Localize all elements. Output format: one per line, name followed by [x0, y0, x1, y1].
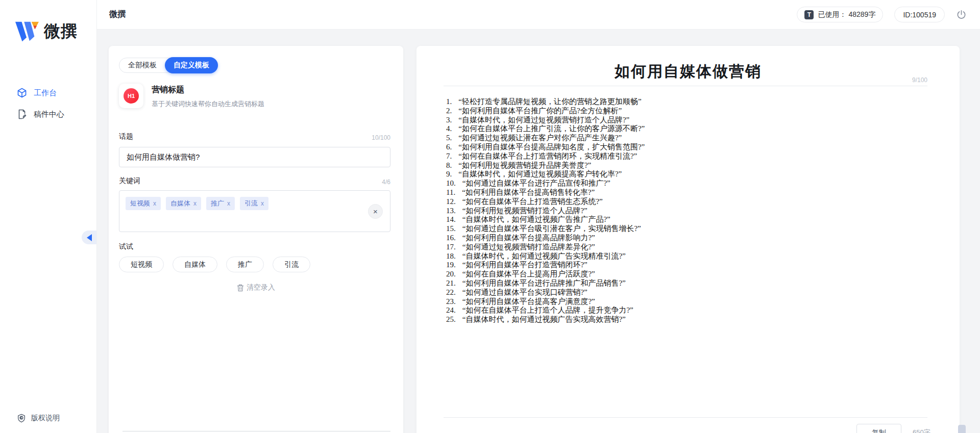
line-number: 10.	[446, 179, 456, 188]
workbench-cube-icon	[17, 88, 27, 98]
line-text: “如何利用自媒体平台打造营销闭环?”	[462, 261, 587, 269]
clear-entry-button[interactable]: 清空录入	[109, 283, 403, 292]
line-text: “如何利用自媒体平台提高销售转化率?”	[462, 188, 595, 196]
title-divider	[444, 86, 927, 86]
line-number: 15.	[446, 224, 456, 234]
template-description: 基于关键词快速帮你自动生成营销标题	[152, 99, 264, 109]
remove-tag-icon[interactable]: x	[227, 200, 230, 207]
keyword-tag[interactable]: 自媒体x	[166, 197, 201, 210]
line-text: “如何通过自媒体平台实现口碑营销?”	[462, 288, 587, 296]
generated-title-line: 19.“如何利用自媒体平台打造营销闭环?”	[446, 261, 927, 270]
suggest-keyword-button[interactable]: 自媒体	[173, 257, 217, 272]
generated-titles-list[interactable]: 1.“轻松打造专属品牌短视频，让你的营销之路更加顺畅”2.“如何利用自媒体平台推…	[446, 97, 927, 324]
line-text: “如何利用自媒体平台推广你的产品?全方位解析”	[458, 107, 622, 115]
power-logout-icon[interactable]	[956, 9, 967, 20]
line-number: 6.	[446, 143, 452, 152]
suggest-keyword-button[interactable]: 引流	[273, 257, 310, 272]
line-text: “如何通过自媒体平台进行产品宣传和推广?”	[462, 179, 610, 187]
line-text: “自媒体时代，如何通过短视频提高客户转化率?”	[458, 170, 622, 178]
line-number: 3.	[446, 116, 452, 125]
sidebar-footer-label: 版权说明	[31, 414, 60, 423]
line-number: 12.	[446, 197, 456, 207]
remove-tag-icon[interactable]: x	[153, 200, 156, 207]
tab-all-templates[interactable]: 全部模板	[119, 58, 165, 73]
remove-tag-icon[interactable]: x	[261, 200, 264, 207]
word-count: 650字	[913, 428, 930, 433]
line-text: “如何通过短视频营销打造品牌差异化?”	[462, 243, 595, 251]
generated-title-line: 4.“如何在自媒体平台上推广引流，让你的客户源源不断?”	[446, 124, 927, 134]
remove-tag-icon[interactable]: x	[193, 200, 197, 207]
footer-divider	[444, 417, 927, 418]
line-text: “如何利用自媒体平台进行品牌推广和产品销售?”	[462, 279, 626, 287]
usage-counter-pill[interactable]: T 已使用：48289字	[797, 7, 883, 22]
sidebar-nav: 工作台 稿件中心	[0, 82, 96, 125]
chevron-left-icon	[87, 234, 92, 241]
sidebar-collapse-button[interactable]	[82, 231, 96, 244]
generated-title-line: 10.“如何通过自媒体平台进行产品宣传和推广?”	[446, 179, 927, 188]
line-text: “如何在自媒体平台上提高用户活跃度?”	[462, 270, 595, 278]
sidebar-item-drafts[interactable]: 稿件中心	[0, 104, 96, 125]
line-text: “自媒体时代，如何通过视频广告实现高效营销?”	[462, 315, 626, 323]
line-number: 4.	[446, 124, 452, 134]
line-number: 14.	[446, 215, 456, 224]
logo-text: 微撰	[44, 20, 78, 43]
copyright-badge-icon	[17, 414, 26, 423]
line-text: “如何通过自媒体平台吸引潜在客户，实现销售增长?”	[462, 224, 641, 233]
line-number: 1.	[446, 97, 452, 107]
usage-label: 已使用：	[818, 10, 846, 19]
generated-title-line: 3.“自媒体时代，如何通过短视频营销打造个人品牌?”	[446, 116, 927, 125]
topic-label: 话题	[119, 132, 133, 141]
user-id-badge: ID:100519	[894, 7, 945, 22]
line-number: 13.	[446, 207, 456, 216]
keywords-input-area[interactable]: 短视频x自媒体x推广x引流x ×	[119, 190, 390, 232]
topic-field-header: 话题 10/100	[119, 132, 390, 141]
text-count-icon: T	[804, 10, 814, 19]
panel-bottom-divider	[122, 431, 390, 431]
keyword-tag[interactable]: 引流x	[240, 197, 268, 210]
generated-title-line: 5.“如何通过短视频让潜在客户对你产品产生兴趣?”	[446, 134, 927, 143]
suggest-label: 试试	[119, 242, 133, 251]
suggest-keyword-button[interactable]: 短视频	[119, 257, 164, 272]
document-pen-icon	[17, 109, 27, 119]
generated-title-line: 1.“轻松打造专属品牌短视频，让你的营销之路更加顺畅”	[446, 97, 927, 107]
clear-keywords-button[interactable]: ×	[368, 204, 383, 219]
keyword-tag-label: 自媒体	[170, 199, 190, 208]
keyword-tag-label: 引流	[244, 199, 258, 208]
generated-title-line: 17.“如何通过短视频营销打造品牌差异化?”	[446, 243, 927, 252]
line-number: 16.	[446, 234, 456, 243]
line-number: 23.	[446, 297, 456, 307]
usage-value: 48289字	[848, 10, 875, 19]
logo-w-icon	[15, 21, 39, 42]
template-form-panel: 全部模板 自定义模板 H1 营销标题 基于关键词快速帮你自动生成营销标题 话题 …	[109, 46, 403, 433]
line-text: “如何在自媒体平台上打造营销生态系统?”	[462, 197, 603, 206]
generated-title-line: 20.“如何在自媒体平台上提高用户活跃度?”	[446, 270, 927, 279]
generated-title-line: 8.“如何利用短视频营销提升品牌美誉度?”	[446, 161, 927, 170]
generated-title-line: 25.“自媒体时代，如何通过视频广告实现高效营销?”	[446, 315, 927, 324]
generated-title-line: 7.“如何在自媒体平台上打造营销闭环，实现精准引流?”	[446, 152, 927, 161]
line-number: 19.	[446, 261, 456, 270]
suggest-buttons-row: 短视频自媒体推广引流	[119, 257, 310, 272]
template-card[interactable]: H1 营销标题 基于关键词快速帮你自动生成营销标题	[119, 84, 264, 109]
clear-entry-label: 清空录入	[247, 283, 275, 292]
topic-input[interactable]	[119, 147, 390, 167]
topbar-right: T 已使用：48289字 ID:100519	[797, 7, 967, 22]
keywords-label: 关键词	[119, 176, 140, 186]
suggest-keyword-button[interactable]: 推广	[226, 257, 264, 272]
page-title: 微撰	[109, 9, 126, 20]
template-icon-frame: H1	[119, 84, 143, 108]
line-number: 22.	[446, 288, 456, 297]
tab-custom-templates[interactable]: 自定义模板	[165, 57, 218, 73]
keyword-tag[interactable]: 短视频x	[126, 197, 161, 210]
generated-title-line: 21.“如何利用自媒体平台进行品牌推广和产品销售?”	[446, 279, 927, 288]
sidebar-item-workbench[interactable]: 工作台	[0, 82, 96, 104]
sidebar-item-copyright[interactable]: 版权说明	[17, 414, 60, 423]
keyword-tag[interactable]: 推广x	[206, 197, 235, 210]
scrollbar-thumb[interactable]	[958, 425, 966, 433]
copy-button[interactable]: 复制	[856, 424, 901, 433]
line-number: 9.	[446, 170, 452, 179]
topic-counter: 10/100	[372, 134, 390, 141]
keyword-tag-label: 短视频	[130, 199, 150, 208]
line-text: “如何在自媒体平台上打造个人品牌，提升竞争力?”	[462, 306, 633, 314]
line-text: “自媒体时代，如何通过短视频营销打造个人品牌?”	[458, 116, 629, 124]
generated-title-line: 22.“如何通过自媒体平台实现口碑营销?”	[446, 288, 927, 297]
